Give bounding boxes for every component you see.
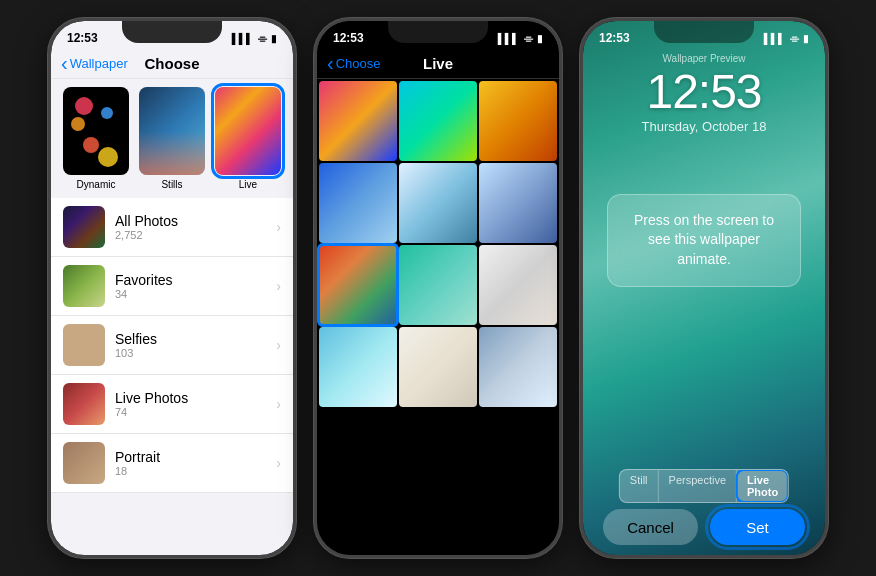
notch-3 [654, 21, 754, 43]
signal-icon-3: ▌▌▌ [764, 33, 785, 44]
photo-list-info-all: All Photos 2,752 [115, 213, 266, 241]
photo-list: All Photos 2,752 › Favorites 34 › Selfie… [51, 198, 293, 493]
set-button[interactable]: Set [710, 509, 805, 545]
phone-3: 12:53 ▌▌▌ ⌯ ▮ Wallpaper Preview 12:53 Th… [580, 18, 828, 558]
status-icons-2: ▌▌▌ ⌯ ▮ [498, 33, 543, 44]
photo-name-portrait: Portrait [115, 449, 266, 465]
bokeh-2 [71, 117, 85, 131]
photo-list-info-portrait: Portrait 18 [115, 449, 266, 477]
list-item-all-photos[interactable]: All Photos 2,752 › [51, 198, 293, 257]
preview-buttons: Cancel Set [583, 509, 825, 545]
volume-up-3 [580, 141, 582, 191]
screen-1: 12:53 ▌▌▌ ⌯ ▮ Wallpaper Choose [51, 21, 293, 555]
volume-down-2 [314, 201, 316, 251]
status-icons-1: ▌▌▌ ⌯ ▮ [232, 33, 277, 44]
power-button-3 [826, 121, 828, 181]
chevron-portrait: › [276, 455, 281, 471]
nav-bar-1: Wallpaper Choose [51, 49, 293, 79]
live-cell-4[interactable] [319, 163, 397, 243]
photo-list-info-fav: Favorites 34 [115, 272, 266, 300]
cancel-button[interactable]: Cancel [603, 509, 698, 545]
thumb-portrait [63, 442, 105, 484]
photo-name-selfies: Selfies [115, 331, 266, 347]
photo-count-all: 2,752 [115, 229, 266, 241]
nav-title-1: Choose [144, 55, 199, 72]
photo-count-portrait: 18 [115, 465, 266, 477]
category-label-live: Live [239, 179, 257, 190]
live-cell-12[interactable] [479, 327, 557, 407]
list-item-selfies[interactable]: Selfies 103 › [51, 316, 293, 375]
category-stills[interactable]: Stills [137, 87, 207, 190]
live-cell-3[interactable] [479, 81, 557, 161]
photo-name-fav: Favorites [115, 272, 266, 288]
bokeh-3 [83, 137, 99, 153]
live-cell-11[interactable] [399, 327, 477, 407]
volume-down-3 [580, 201, 582, 251]
photo-name-live: Live Photos [115, 390, 266, 406]
preview-label: Wallpaper Preview [583, 49, 825, 66]
preview-options: Still Perspective Live Photo [619, 469, 789, 503]
chevron-fav: › [276, 278, 281, 294]
silent-button-1 [48, 101, 50, 131]
wifi-icon: ⌯ [257, 33, 267, 44]
live-cell-9[interactable] [479, 245, 557, 325]
category-label-dynamic: Dynamic [77, 179, 116, 190]
option-live-photo[interactable]: Live Photo [737, 470, 788, 502]
notch-2 [388, 21, 488, 43]
status-time-1: 12:53 [67, 31, 98, 45]
live-cell-8[interactable] [399, 245, 477, 325]
power-button-2 [560, 121, 562, 181]
preview-date: Thursday, October 18 [583, 119, 825, 134]
live-cell-5[interactable] [399, 163, 477, 243]
nav-title-2: Live [423, 55, 453, 72]
live-cell-6[interactable] [479, 163, 557, 243]
thumb-live-photos [63, 383, 105, 425]
photo-count-fav: 34 [115, 288, 266, 300]
chevron-all: › [276, 219, 281, 235]
thumb-stills-bg [139, 87, 205, 175]
bokeh-1 [75, 97, 93, 115]
wifi-icon-3: ⌯ [789, 33, 799, 44]
battery-icon-2: ▮ [537, 33, 543, 44]
nav-back-wallpaper[interactable]: Wallpaper [61, 55, 128, 73]
chevron-live: › [276, 396, 281, 412]
list-item-live-photos[interactable]: Live Photos 74 › [51, 375, 293, 434]
power-button-1 [294, 121, 296, 181]
signal-icon: ▌▌▌ [232, 33, 253, 44]
category-dynamic[interactable]: Dynamic [61, 87, 131, 190]
photo-list-info-selfies: Selfies 103 [115, 331, 266, 359]
status-time-3: 12:53 [599, 31, 630, 45]
thumb-all-photos [63, 206, 105, 248]
live-cell-10[interactable] [319, 327, 397, 407]
live-cell-7-selected[interactable] [319, 245, 397, 325]
battery-icon-3: ▮ [803, 33, 809, 44]
category-live[interactable]: Live [213, 87, 283, 190]
list-item-portrait[interactable]: Portrait 18 › [51, 434, 293, 493]
volume-down-1 [48, 201, 50, 251]
option-still[interactable]: Still [620, 470, 659, 502]
wifi-icon-2: ⌯ [523, 33, 533, 44]
chevron-selfies: › [276, 337, 281, 353]
battery-icon: ▮ [271, 33, 277, 44]
bokeh-5 [98, 147, 118, 167]
screen-3: 12:53 ▌▌▌ ⌯ ▮ Wallpaper Preview 12:53 Th… [583, 21, 825, 555]
category-thumb-live [215, 87, 281, 175]
category-thumb-stills [139, 87, 205, 175]
silent-button-3 [580, 101, 582, 131]
category-thumb-dynamic [63, 87, 129, 175]
list-item-favorites[interactable]: Favorites 34 › [51, 257, 293, 316]
thumb-dynamic-bg [63, 87, 129, 175]
bokeh-4 [101, 107, 113, 119]
option-perspective[interactable]: Perspective [659, 470, 737, 502]
screen-2: 12:53 ▌▌▌ ⌯ ▮ Choose Live [317, 21, 559, 555]
status-time-2: 12:53 [333, 31, 364, 45]
photo-name-all: All Photos [115, 213, 266, 229]
silent-button-2 [314, 101, 316, 131]
nav-back-choose[interactable]: Choose [327, 55, 380, 73]
live-cell-1[interactable] [319, 81, 397, 161]
thumb-live-bg [215, 87, 281, 175]
live-grid [317, 79, 559, 409]
phone-1: 12:53 ▌▌▌ ⌯ ▮ Wallpaper Choose [48, 18, 296, 558]
live-cell-2[interactable] [399, 81, 477, 161]
preview-message-text: Press on the screen to see this wallpape… [634, 212, 774, 267]
